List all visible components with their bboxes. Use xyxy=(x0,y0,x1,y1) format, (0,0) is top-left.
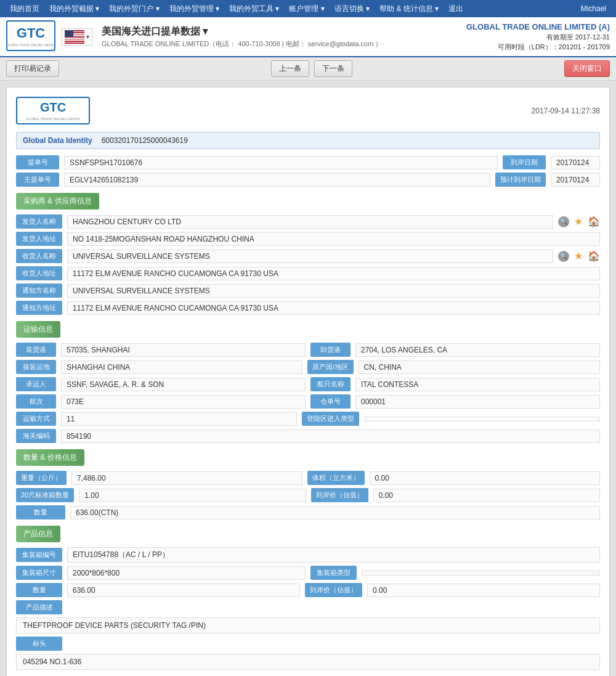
shipper-addr-value: NO 1418-25MOGANSHAN ROAD HANGZHOU CHINA xyxy=(67,232,600,246)
svg-text:GTC: GTC xyxy=(40,100,66,114)
arrive-price-value: 0.00 xyxy=(373,489,600,502)
top-toolbar: 打印易记录 上一条 下一条 关闭窗口 xyxy=(0,57,616,81)
booking-label: 仓单号 xyxy=(310,394,351,409)
load-port-value: 57035, SHANGHAI xyxy=(61,343,306,357)
phone-number: 400-710-3008 xyxy=(238,40,280,47)
time-range-info: 可用时段（LDR）：201201 - 201709 xyxy=(466,43,610,52)
voyage-value: 073E xyxy=(61,395,306,409)
main-content: GTC GLOBAL TRADE ONLINE LIMITED 2017-09-… xyxy=(0,81,616,676)
document: GTC GLOBAL TRADE ONLINE LIMITED 2017-09-… xyxy=(6,87,610,676)
customs-code-label: 海关编码 xyxy=(16,429,56,443)
page-title: 美国海关进口提单数据 ▾ xyxy=(102,25,382,38)
page-title-area: 美国海关进口提单数据 ▾ GLOBAL TRADE ONLINE LIMITED… xyxy=(102,25,382,49)
customs-code-value: 854190 xyxy=(61,430,600,443)
flag-dropdown-arrow: ▾ xyxy=(86,33,89,40)
star-icon-shipper[interactable]: ★ xyxy=(574,216,583,227)
notify-addr-row: 通知方地址 11172 ELM AVENUE RANCHO CUCAMONGA … xyxy=(16,301,600,315)
volume-label: 体积（立方米） xyxy=(307,471,365,485)
notify-addr-value: 11172 ELM AVENUE RANCHO CUCAMONGA CA 917… xyxy=(67,301,600,315)
volume-value: 0.00 xyxy=(370,471,601,485)
origin-label: 原产国/地区 xyxy=(307,360,353,374)
bill-row-2: 主提单号 EGLV142651082139 预计到岸日期 20170124 xyxy=(16,173,600,187)
search-icon-consignee[interactable]: 🔍 xyxy=(558,251,569,262)
container20-label: 20尺标准箱数量 xyxy=(16,488,74,502)
qp-header: 数量 & 价格信息 xyxy=(16,449,84,466)
load-port-label: 装货港 xyxy=(16,343,56,357)
voyage-label: 航次 xyxy=(16,394,56,409)
star-icon-consignee[interactable]: ★ xyxy=(574,250,583,262)
container20-value: 1.00 xyxy=(79,489,306,502)
carrier-label: 承运人 xyxy=(16,377,56,391)
notify-name-label: 通知方名称 xyxy=(16,283,62,298)
unload-port-value: 2704, LOS ANGELES, CA xyxy=(355,343,600,357)
nav-data[interactable]: 我的外贸截据 ▾ xyxy=(44,0,104,17)
svg-text:GLOBAL TRADE ONLINE LIMITED: GLOBAL TRADE ONLINE LIMITED xyxy=(6,43,55,47)
vessel-value: ITAL CONTESSA xyxy=(355,378,600,391)
gdi-row: Global Data Identity 6003201701250000436… xyxy=(16,132,600,149)
gdi-label: Global Data Identity xyxy=(23,136,92,145)
consignee-name-row: 收货人名称 UNIVERSAL SURVEILLANCE SYSTEMS 🔍 ★… xyxy=(16,249,600,263)
nav-portal[interactable]: 我的外贸门户 ▾ xyxy=(104,0,164,17)
home-icon-consignee[interactable]: 🏠 xyxy=(588,250,600,262)
product-header: 产品信息 xyxy=(16,526,60,542)
qp-quantity-value: 636.00(CTN) xyxy=(70,506,600,519)
email-address: service@gtodata.com xyxy=(308,40,374,47)
page-subtitle: GLOBAL TRADE ONLINE LIMITED（电话： 400-710-… xyxy=(102,39,382,49)
user-name: Michael xyxy=(576,4,611,13)
shipper-name-label: 发货人名称 xyxy=(16,214,62,229)
us-flag-icon xyxy=(65,30,84,44)
container-size-value: 2000*806*800 xyxy=(67,566,306,580)
buyer-supplier-section: 采购商 & 供应商信息 发货人名称 HANGZHOU CENTURY CO LT… xyxy=(16,193,600,315)
nav-logout[interactable]: 退出 xyxy=(444,0,468,17)
prod-arrive-price-label: 到岸价（估值） xyxy=(305,583,362,597)
prod-arrive-price-value: 0.00 xyxy=(367,584,600,597)
qp-quantity-label: 数量 xyxy=(16,505,65,519)
shipper-name-value: HANGZHOU CENTURY CO LTD xyxy=(67,215,553,229)
prod-quantity-value: 636.00 xyxy=(67,584,300,597)
container-type-value xyxy=(362,571,600,576)
nav-tools[interactable]: 我的外贸工具 ▾ xyxy=(224,0,284,17)
doc-date: 2017-09-14 11:27:38 xyxy=(532,107,600,115)
next-button[interactable]: 下一条 xyxy=(314,60,352,77)
nav-language[interactable]: 语言切换 ▾ xyxy=(330,0,375,17)
bill-no-value: SSNFSPSH17010676 xyxy=(64,156,498,169)
consignee-addr-value: 11172 ELM AVENUE RANCHO CUCAMONGA CA 917… xyxy=(67,267,600,280)
flag-selector[interactable]: ▾ xyxy=(62,28,92,46)
nav-account[interactable]: 账户管理 ▾ xyxy=(284,0,329,17)
svg-text:GTC: GTC xyxy=(17,25,46,41)
search-icon-shipper[interactable]: 🔍 xyxy=(558,216,569,227)
nav-manage[interactable]: 我的外贸管理 ▾ xyxy=(164,0,224,17)
main-bill-label: 主提单号 xyxy=(16,173,59,187)
shipper-addr-label: 发货人地址 xyxy=(16,232,62,246)
home-icon-shipper[interactable]: 🏠 xyxy=(588,216,600,227)
weight-value: 7,486.00 xyxy=(71,471,302,485)
carrier-value: SSNF, SAVAGE, A. R. & SON xyxy=(61,378,306,391)
top-nav: 我的首页 我的外贸截据 ▾ 我的外贸门户 ▾ 我的外贸管理 ▾ 我的外贸工具 ▾… xyxy=(0,0,616,17)
marks-value-area: 045294 NO.1-636 xyxy=(16,654,600,670)
logo-icon: GTC GLOBAL TRADE ONLINE LIMITED xyxy=(6,20,55,51)
notify-addr-label: 通知方地址 xyxy=(16,301,62,315)
print-button[interactable]: 打印易记录 xyxy=(6,60,59,77)
container-size-label: 集装箱尺寸 xyxy=(16,566,62,580)
booking-value: 000001 xyxy=(355,395,600,409)
gdi-value: 600320170125000043619 xyxy=(102,136,188,145)
transport-mode-label: 运输方式 xyxy=(16,412,56,426)
container-type-label: 集装箱类型 xyxy=(310,566,357,580)
est-arrive-value: 20170124 xyxy=(551,173,600,187)
svg-text:GLOBAL TRADE ONLINE LIMITED: GLOBAL TRADE ONLINE LIMITED xyxy=(26,117,79,121)
prev-button[interactable]: 上一条 xyxy=(271,60,309,77)
doc-logo-icon: GTC GLOBAL TRADE ONLINE LIMITED xyxy=(16,97,90,124)
weight-label: 重量（公斤） xyxy=(16,471,67,485)
header-bar: GTC GLOBAL TRADE ONLINE LIMITED ▾ 美国海关进口… xyxy=(0,17,616,57)
arrive-price-label: 到岸价（估值） xyxy=(311,488,368,502)
container-no-label: 集装箱编号 xyxy=(16,548,62,562)
container-no-value: EITU1054788（AC / L / PP） xyxy=(67,547,600,563)
logo[interactable]: GTC GLOBAL TRADE ONLINE LIMITED xyxy=(6,20,55,53)
close-button[interactable]: 关闭窗口 xyxy=(564,60,610,77)
nav-home[interactable]: 我的首页 xyxy=(5,0,44,17)
est-arrive-label: 预计到岸日期 xyxy=(495,173,546,187)
arrive-date-value: 20170124 xyxy=(551,156,600,169)
nav-help[interactable]: 帮助 & 统计信息 ▾ xyxy=(375,0,444,17)
right-info: GLOBAL TRADE ONLINE LIMITED (A) 有效期至 201… xyxy=(466,22,610,52)
unload-port-label: 卸货港 xyxy=(310,343,351,357)
